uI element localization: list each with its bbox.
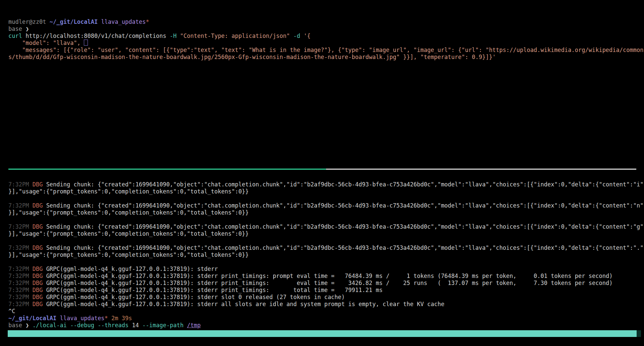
text-segment: curl — [8, 33, 22, 39]
terminal-line: curl http://localhost:8080/v1/chat/compl… — [8, 33, 644, 40]
text-segment: ^C — [8, 308, 15, 314]
text-segment — [177, 33, 180, 39]
terminal-line: 7:32PM DBG Sending chunk: {"created":169… — [8, 202, 644, 209]
terminal-line: 7:32PM DBG GRPC(ggml-model-q4_k.gguf-127… — [8, 266, 644, 273]
terminal-line: ^C — [8, 308, 644, 315]
text-segment: GRPC(ggml-model-q4_k.gguf-127.0.0.1:3781… — [43, 287, 382, 293]
terminal-line: 7:32PM DBG Sending chunk: {"created":169… — [8, 244, 644, 251]
terminal-line: "messages": [{"role": "user", "content":… — [8, 47, 644, 54]
terminal-line: }],"usage":{"prompt_tokens":0,"completio… — [8, 230, 644, 237]
terminal-window[interactable]: mudler@zz0t ~/_git/LocalAI llava_updates… — [0, 0, 644, 346]
terminal-line — [8, 258, 644, 266]
terminal-line: 7:32PM DBG GRPC(ggml-model-q4_k.gguf-127… — [8, 273, 644, 280]
text-segment — [183, 322, 187, 329]
text-segment — [94, 322, 98, 329]
text-segment: 7:32PM — [8, 273, 29, 279]
text-segment: 14 — [132, 322, 139, 329]
pane-divider-inactive-segment — [326, 169, 636, 170]
text-segment: GRPC(ggml-model-q4_k.gguf-127.0.0.1:3781… — [43, 273, 612, 279]
text-segment — [56, 315, 60, 322]
text-segment: ~/_git/LocalAI — [8, 315, 56, 322]
text-segment — [29, 322, 32, 329]
terminal-line: 7:32PM DBG GRPC(ggml-model-q4_k.gguf-127… — [8, 287, 644, 294]
text-segment: ❯ — [25, 322, 29, 329]
text-segment: base — [8, 25, 25, 32]
text-segment: GRPC(ggml-model-q4_k.gguf-127.0.0.1:3781… — [43, 266, 218, 272]
text-segment: DBG — [33, 280, 43, 286]
text-segment: 7:32PM — [8, 287, 29, 293]
text-segment: DBG — [33, 223, 43, 230]
text-segment: 7:32PM — [8, 181, 29, 188]
pane-divider-active-segment — [8, 169, 326, 170]
text-segment: ./local-ai — [33, 322, 67, 329]
terminal-line: base ❯ — [8, 25, 644, 33]
pane-bottom-logs[interactable]: 7:32PM DBG Sending chunk: {"created":169… — [8, 181, 644, 329]
text-segment: "model": "llava", — [8, 40, 84, 46]
text-segment: llava_updates — [60, 315, 105, 322]
text-segment: 2m 39s — [111, 315, 132, 322]
text-segment: DBG — [33, 181, 43, 188]
text-segment: 7:32PM — [8, 223, 29, 230]
text-segment: Sending chunk: {"created":1699641090,"ob… — [43, 202, 644, 209]
text-segment: GRPC(ggml-model-q4_k.gguf-127.0.0.1:3781… — [43, 280, 612, 286]
text-segment: '{ — [304, 33, 310, 39]
text-segment: GRPC(ggml-model-q4_k.gguf-127.0.0.1:3781… — [43, 294, 345, 300]
text-segment: ~/_git/LocalAI — [50, 18, 98, 25]
terminal-line — [8, 195, 644, 202]
text-segment: /tmp — [187, 322, 201, 329]
text-segment: "messages": [{"role": "user", "content":… — [8, 47, 643, 53]
terminal-line: s/thumb/d/dd/Gfp-wisconsin-madison-the-n… — [8, 54, 644, 61]
terminal-line: "model": "llava", — [8, 40, 644, 47]
text-segment — [29, 223, 32, 230]
text-segment — [29, 294, 32, 300]
text-segment: ❯ — [25, 25, 29, 32]
text-segment: --debug — [70, 322, 94, 329]
text-segment: DBG — [33, 266, 43, 272]
text-segment — [290, 33, 293, 39]
text-segment — [29, 280, 32, 286]
text-segment: 7:32PM — [8, 266, 29, 272]
text-segment: * — [105, 315, 108, 322]
terminal-line: 7:32PM DBG GRPC(ggml-model-q4_k.gguf-127… — [8, 280, 644, 287]
text-segment: llava_updates — [101, 18, 146, 25]
text-segment — [29, 287, 32, 293]
terminal-line: }],"usage":{"prompt_tokens":0,"completio… — [8, 251, 644, 258]
text-segment: DBG — [33, 273, 43, 279]
terminal-line: 7:32PM DBG GRPC(ggml-model-q4_k.gguf-127… — [8, 294, 644, 301]
pane-divider — [8, 169, 636, 170]
text-segment — [67, 322, 70, 329]
text-segment: mudler@zz0t — [8, 18, 50, 25]
text-segment: base — [8, 322, 25, 329]
terminal-line: }],"usage":{"prompt_tokens":0,"completio… — [8, 209, 644, 216]
text-segment — [29, 244, 32, 251]
terminal-line — [8, 216, 644, 223]
pane-top-shell[interactable]: mudler@zz0t ~/_git/LocalAI llava_updates… — [8, 18, 644, 61]
text-segment — [29, 181, 32, 188]
terminal-line: mudler@zz0t ~/_git/LocalAI llava_updates… — [8, 18, 644, 25]
text-segment: 7:32PM — [8, 280, 29, 286]
text-segment: Sending chunk: {"created":1699641090,"ob… — [43, 223, 644, 230]
text-segment: DBG — [33, 301, 43, 307]
tmux-status-bar: [0] <0:zsh 21:zsh 22:zsh 23:zsh 24:zsh 2… — [8, 330, 641, 337]
text-cursor — [84, 40, 88, 46]
text-segment — [108, 315, 111, 322]
terminal-line: 7:32PM DBG GRPC(ggml-model-q4_k.gguf-127… — [8, 301, 644, 308]
text-segment — [300, 33, 304, 39]
text-segment: * — [146, 18, 149, 25]
text-segment — [98, 18, 101, 25]
text-segment: }],"usage":{"prompt_tokens":0,"completio… — [8, 251, 249, 258]
terminal-line — [8, 237, 644, 244]
text-segment: }],"usage":{"prompt_tokens":0,"completio… — [8, 209, 249, 216]
text-segment: 7:32PM — [8, 202, 29, 209]
text-segment: 7:32PM — [8, 301, 29, 307]
terminal-line: 7:32PM DBG Sending chunk: {"created":169… — [8, 223, 644, 230]
text-segment: --image-path — [142, 322, 183, 329]
terminal-line: }],"usage":{"prompt_tokens":0,"completio… — [8, 188, 644, 195]
text-segment: GRPC(ggml-model-q4_k.gguf-127.0.0.1:3781… — [43, 301, 444, 307]
text-segment — [29, 266, 32, 272]
terminal-line: ~/_git/LocalAI llava_updates* 2m 39s — [8, 315, 644, 322]
text-segment: "Content-Type: application/json" — [180, 33, 290, 39]
text-segment — [29, 202, 32, 209]
text-segment: s/thumb/d/dd/Gfp-wisconsin-madison-the-n… — [8, 54, 496, 60]
tmux-status-right-cap — [637, 330, 641, 337]
